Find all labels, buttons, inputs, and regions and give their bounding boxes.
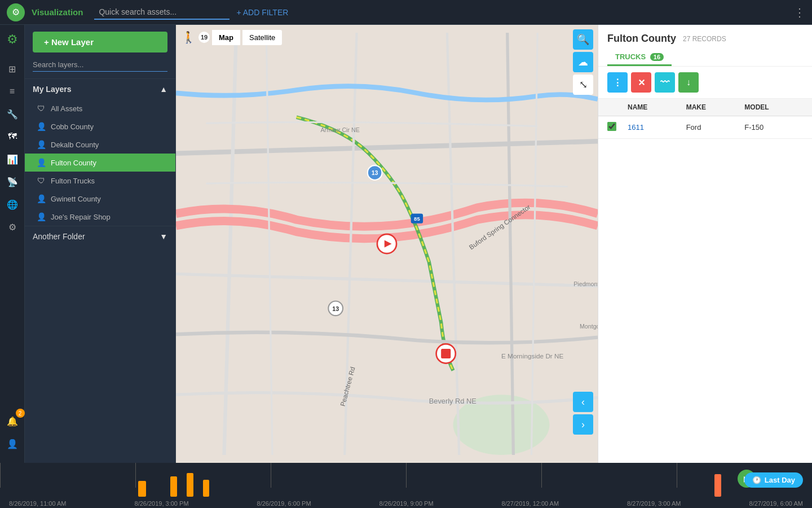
layer-label-cobb-county: Cobb County	[51, 122, 94, 131]
svg-text:Montgomery Ferry Dr NE: Montgomery Ferry Dr NE	[580, 323, 598, 330]
right-panel-table: Name Make Model 1611 Ford F-150	[598, 99, 812, 463]
right-panel-actions: ⋮ ✕ 〰 ↓	[598, 67, 812, 99]
map-right-controls: 🔍 ☁ ⤡	[573, 29, 593, 95]
layer-item-gwinett-county[interactable]: 👤 Gwinett County	[25, 190, 175, 208]
sidebar-item-map[interactable]: 🗺	[2, 126, 23, 147]
tick-2	[135, 463, 136, 488]
layer-icon-dekalb-county: 👤	[36, 140, 46, 149]
right-panel-header: Fulton County 27 RECORDS TRUCKS 16	[598, 25, 812, 67]
timeline-bar-1	[138, 481, 146, 497]
sidebar-item-globe[interactable]: 🌐	[2, 194, 23, 214]
sidebar-item-chart[interactable]: 📊	[2, 149, 23, 169]
clock-icon: 🕐	[752, 476, 761, 484]
layer-icon-fulton-county: 👤	[36, 158, 46, 167]
layer-item-fulton-trucks[interactable]: 🛡 Fulton Trucks	[25, 172, 175, 190]
notification-badge: 2	[16, 409, 25, 418]
sidebar-item-dashboard[interactable]: ⊞	[2, 59, 23, 79]
search-layers-input[interactable]	[33, 58, 167, 72]
timeline-label-4: 8/27/2019, 12:00 AM	[502, 500, 559, 507]
main-area: ⚙ ⊞ ≡ 🔧 🗺 📊 📡 🌐 ⚙ 🔔 2 👤 + New Layer My L…	[0, 25, 812, 463]
tick-6	[677, 463, 677, 488]
sidebar-item-settings[interactable]: ⚙	[2, 217, 23, 237]
person-icon: 🚶	[180, 29, 196, 45]
table-cell-checkbox[interactable]	[607, 122, 628, 133]
timeline-label-0: 8/26/2019, 11:00 AM	[9, 500, 67, 507]
layer-item-cobb-county[interactable]: 👤 Cobb County	[25, 117, 175, 135]
chevron-down-icon: ▼	[160, 232, 167, 241]
right-panel-title-row: Fulton County 27 RECORDS	[607, 33, 803, 45]
dots-action-button[interactable]: ⋮	[607, 72, 628, 93]
layer-icon-gwinett-county: 👤	[36, 194, 46, 203]
my-layers-folder[interactable]: My Layers ▲	[25, 79, 175, 99]
right-panel-title: Fulton County	[607, 33, 676, 45]
table-row: 1611 Ford F-150	[598, 116, 812, 139]
layer-icon-cobb-county: 👤	[36, 122, 46, 131]
layer-icon-joes-repair: 👤	[36, 212, 46, 221]
asset-link[interactable]: 1611	[628, 123, 644, 132]
nav-right-button[interactable]: ›	[573, 414, 593, 435]
table-cell-make: Ford	[686, 123, 745, 132]
map-toolbar: 🚶 19 Map Satellite	[180, 29, 282, 45]
svg-text:Piedmont Ave NE: Piedmont Ave NE	[573, 281, 598, 287]
svg-text:Armour Cir NE: Armour Cir NE	[320, 126, 359, 133]
sidebar-item-app-icon[interactable]: ⚙	[2, 29, 23, 50]
map-area: 🚶 19 Map Satellite 🔍 ☁ ⤡ ‹ ›	[176, 25, 598, 463]
svg-text:E Morningside Dr NE: E Morningside Dr NE	[501, 352, 564, 360]
app-title: Visualization	[32, 7, 83, 17]
svg-text:Beverly Rd NE: Beverly Rd NE	[429, 397, 476, 405]
row-checkbox[interactable]	[607, 122, 616, 131]
wave-action-button[interactable]: 〰	[655, 72, 675, 93]
sidebar-item-list[interactable]: ≡	[2, 81, 23, 102]
layer-panel-header: + New Layer	[25, 25, 175, 79]
svg-text:85: 85	[414, 216, 420, 222]
layer-panel-body: My Layers ▲ 🛡 All Assets 👤 Cobb County 👤…	[25, 79, 175, 463]
last-day-button[interactable]: 🕐 Last Day	[744, 472, 803, 488]
map-view-button[interactable]: Map	[212, 30, 240, 45]
sidebar-item-wifi[interactable]: 📡	[2, 172, 23, 192]
close-action-button[interactable]: ✕	[631, 72, 651, 93]
layer-item-fulton-county[interactable]: 👤 Fulton County	[25, 154, 175, 172]
satellite-view-button[interactable]: Satellite	[242, 30, 282, 45]
topbar: ⚙ Visualization + ADD FILTER ⋮	[0, 0, 812, 25]
layer-item-joes-repair[interactable]: 👤 Joe's Repair Shop	[25, 208, 175, 226]
sidebar-item-notification[interactable]: 🔔 2	[2, 411, 23, 431]
timeline-bar-area[interactable]: ▶ 🕐 Last Day	[0, 463, 812, 499]
timeline-label-5: 8/27/2019, 3:00 AM	[627, 500, 681, 507]
right-panel: Fulton County 27 RECORDS TRUCKS 16 ⋮ ✕ 〰…	[598, 25, 812, 463]
tab-trucks-count: 16	[650, 53, 664, 61]
tick-1	[0, 463, 1, 488]
timeline-label-1: 8/26/2019, 3:00 PM	[135, 500, 189, 507]
layer-label-fulton-trucks: Fulton Trucks	[51, 177, 95, 185]
add-filter-button[interactable]: + ADD FILTER	[236, 8, 288, 17]
sidebar-item-user[interactable]: 👤	[2, 433, 23, 454]
another-folder[interactable]: Another Folder ▼	[25, 226, 175, 247]
timeline-bar-2	[170, 476, 177, 497]
expand-button[interactable]: ⤡	[573, 75, 593, 95]
sidebar-item-tools[interactable]: 🔧	[2, 104, 23, 124]
tick-4	[406, 463, 407, 488]
layer-label-all-assets: All Assets	[51, 104, 82, 113]
nav-left-button[interactable]: ‹	[573, 392, 593, 412]
layer-label-gwinett-county: Gwinett County	[51, 195, 101, 203]
tab-trucks[interactable]: TRUCKS 16	[607, 49, 672, 66]
layer-label-joes-repair: Joe's Repair Shop	[51, 213, 111, 221]
download-action-button[interactable]: ↓	[678, 72, 699, 93]
svg-rect-28	[441, 349, 451, 358]
timeline-label-6: 8/27/2019, 6:00 AM	[749, 500, 803, 507]
layer-item-all-assets[interactable]: 🛡 All Assets	[25, 99, 175, 117]
more-options-button[interactable]: ⋮	[794, 6, 805, 19]
records-badge: 27 RECORDS	[683, 35, 726, 43]
map-svg: Buford Spring Connector Peachtree Rd Bev…	[176, 25, 598, 463]
table-header-row: Name Make Model	[598, 99, 812, 116]
table-cell-name[interactable]: 1611	[628, 123, 686, 132]
search-input[interactable]	[94, 5, 230, 20]
layer-icon-fulton-trucks: 🛡	[36, 176, 46, 185]
search-map-button[interactable]: 🔍	[573, 29, 593, 50]
new-layer-button[interactable]: + New Layer	[33, 32, 167, 52]
cloud-button[interactable]: ☁	[573, 52, 593, 72]
tick-5	[541, 463, 542, 488]
layer-panel: + New Layer My Layers ▲ 🛡 All Assets 👤 C…	[25, 25, 176, 463]
layer-item-dekalb-county[interactable]: 👤 Dekalb County	[25, 135, 175, 154]
timeline-label-2: 8/26/2019, 6:00 PM	[257, 500, 311, 507]
table-header-model: Model	[744, 103, 803, 111]
